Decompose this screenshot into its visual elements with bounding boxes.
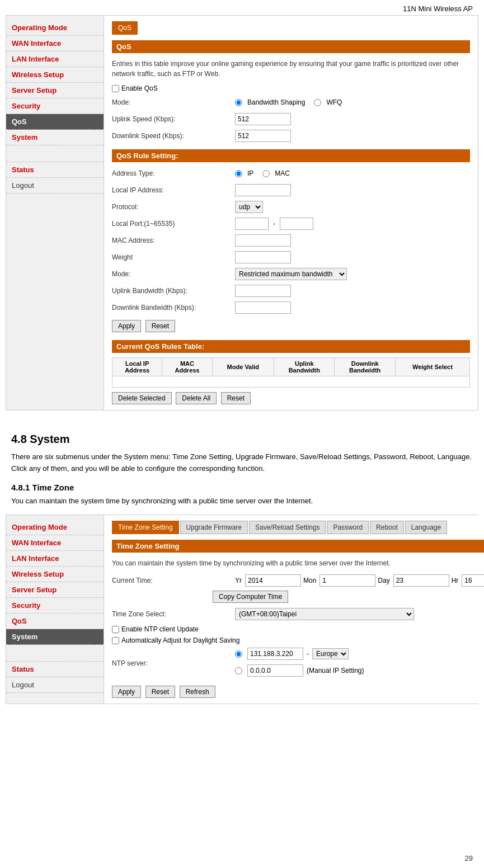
- mac-address-control: [235, 234, 291, 247]
- section-48-body: There are six submenus under the System …: [11, 451, 473, 475]
- downlink-bw-control: [235, 301, 291, 314]
- qos-apply-button[interactable]: Apply: [112, 320, 141, 332]
- sidebar-item-status[interactable]: Status: [6, 162, 104, 178]
- page-number: 29: [465, 854, 473, 862]
- qos-tab-bar: QoS: [112, 21, 470, 35]
- subsection-481-body: You can maintain the system time by sync…: [11, 496, 473, 507]
- sidebar2-item-status[interactable]: Status: [6, 662, 104, 677]
- tab-language[interactable]: Language: [405, 521, 447, 534]
- timezone-section-block: Operating Mode WAN Interface LAN Interfa…: [6, 515, 478, 704]
- protocol-select[interactable]: udp tcp both: [235, 201, 263, 213]
- col-uplink-bw: UplinkBandwidth: [274, 358, 335, 376]
- sidebar2-item-wan-interface[interactable]: WAN Interface: [6, 535, 104, 551]
- tab-qos[interactable]: QoS: [112, 21, 138, 35]
- ntp-server1-select[interactable]: Europe: [312, 648, 349, 659]
- auto-daylight-checkbox[interactable]: [112, 637, 119, 644]
- tz-select-label: Time Zone Select:: [112, 610, 235, 618]
- table-row-empty: [112, 376, 470, 388]
- ntp-dash: -: [307, 650, 309, 658]
- yr-input[interactable]: [245, 574, 301, 587]
- qos-section-block: Operating Mode WAN Interface LAN Interfa…: [6, 15, 478, 411]
- col-mac: MACAddress: [162, 358, 212, 376]
- sidebar-item-server-setup[interactable]: Server Setup: [6, 83, 104, 98]
- weight-control: [235, 251, 291, 263]
- delete-all-button[interactable]: Delete All: [176, 392, 217, 404]
- page-title-top: 11N Mini Wireless AP: [0, 0, 484, 15]
- qos-content: QoS QoS Entries in this table improve yo…: [104, 16, 478, 410]
- tz-select[interactable]: (GMT+08:00)Taipei: [235, 608, 414, 620]
- uplink-speed-input[interactable]: [235, 113, 291, 125]
- local-port-label: Local Port:(1~65535): [112, 220, 235, 228]
- local-port-start[interactable]: [235, 218, 269, 230]
- sidebar2-item-server-setup[interactable]: Server Setup: [6, 582, 104, 598]
- sidebar-item-wan-interface[interactable]: WAN Interface: [6, 36, 104, 51]
- tab-password[interactable]: Password: [327, 521, 369, 534]
- downlink-speed-input[interactable]: [235, 130, 291, 142]
- sidebar-item-wireless-setup[interactable]: Wireless Setup: [6, 67, 104, 83]
- yr-label: Yr: [235, 577, 242, 584]
- sidebar2-item-security[interactable]: Security: [6, 598, 104, 614]
- sidebar-item-lan-interface[interactable]: LAN Interface: [6, 51, 104, 67]
- sidebar-item-qos[interactable]: QoS: [6, 114, 104, 130]
- address-type-label: Address Type:: [112, 169, 235, 177]
- sidebar2-item-qos[interactable]: QoS: [6, 614, 104, 629]
- hr-input[interactable]: [462, 574, 484, 587]
- addr-ip-radio[interactable]: [235, 170, 242, 177]
- tab-upgrade-firmware[interactable]: Upgrade Firmware: [180, 521, 248, 534]
- enable-ntp-checkbox[interactable]: [112, 626, 119, 633]
- col-local-ip: Local IPAddress: [112, 358, 162, 376]
- qos-reset-button[interactable]: Reset: [145, 320, 175, 332]
- local-port-end[interactable]: [280, 218, 313, 230]
- tab-reboot[interactable]: Reboot: [370, 521, 404, 534]
- ntp-ip1-input[interactable]: [247, 648, 303, 660]
- ntp-ip2-input[interactable]: [247, 664, 303, 677]
- uplink-bw-input[interactable]: [235, 285, 291, 297]
- sidebar2-item-lan-interface[interactable]: LAN Interface: [6, 551, 104, 567]
- sidebar-item-logout[interactable]: Logout: [6, 178, 104, 194]
- sidebar2-item-system[interactable]: System: [6, 629, 104, 645]
- mode-label: Mode:: [112, 98, 235, 106]
- copy-computer-time-button[interactable]: Copy Computer Time: [213, 591, 288, 603]
- ntp-server1-radio[interactable]: [235, 650, 242, 658]
- mode2-select[interactable]: Restricted maximum bandwidth: [235, 268, 347, 280]
- tz-reset-button[interactable]: Reset: [145, 686, 175, 698]
- sidebar-item-operating-mode[interactable]: Operating Mode: [6, 20, 104, 36]
- sidebar-1: Operating Mode WAN Interface LAN Interfa…: [6, 16, 104, 410]
- ntp-server2-radio[interactable]: [235, 667, 242, 674]
- day-label: Day: [378, 577, 389, 584]
- local-ip-input[interactable]: [235, 184, 291, 196]
- mon-input[interactable]: [319, 574, 375, 587]
- enable-qos-checkbox[interactable]: [112, 85, 119, 92]
- delete-selected-button[interactable]: Delete Selected: [112, 392, 172, 404]
- downlink-speed-control: [235, 130, 291, 142]
- tz-refresh-button[interactable]: Refresh: [180, 686, 215, 698]
- weight-label: Weight: [112, 253, 235, 261]
- current-time-row: Current Time: Yr Mon Day Hr Mn Sec: [112, 574, 484, 587]
- downlink-bw-input[interactable]: [235, 301, 291, 314]
- tab-save-reload[interactable]: Save/Reload Settings: [249, 521, 326, 534]
- protocol-row: Protocol: udp tcp both: [112, 200, 470, 214]
- weight-input[interactable]: [235, 251, 291, 263]
- mode-bandwidth-radio[interactable]: [235, 99, 242, 106]
- col-weight-select: Weight Select: [395, 358, 469, 376]
- tz-select-control: (GMT+08:00)Taipei: [235, 608, 414, 620]
- sidebar2-item-operating-mode[interactable]: Operating Mode: [6, 520, 104, 535]
- weight-row: Weight: [112, 251, 470, 264]
- table-reset-button[interactable]: Reset: [221, 392, 251, 404]
- tab-timezone[interactable]: Time Zone Setting: [112, 521, 179, 534]
- col-mode-valid: Mode Valid: [212, 358, 274, 376]
- mode2-control: Restricted maximum bandwidth: [235, 268, 347, 280]
- text-section: 4.8 System There are six submenus under …: [6, 422, 478, 515]
- sidebar-item-system[interactable]: System: [6, 130, 104, 145]
- day-input[interactable]: [393, 574, 449, 587]
- mode-wfq-radio[interactable]: [314, 99, 321, 106]
- mon-label: Mon: [303, 577, 316, 584]
- sidebar2-item-logout[interactable]: Logout: [6, 677, 104, 693]
- addr-ip-label: IP: [247, 169, 253, 177]
- sidebar-item-security[interactable]: Security: [6, 98, 104, 114]
- sidebar2-item-wireless-setup[interactable]: Wireless Setup: [6, 567, 104, 582]
- tz-apply-button[interactable]: Apply: [112, 686, 141, 698]
- uplink-speed-row: Uplink Speed (Kbps):: [112, 112, 470, 126]
- addr-mac-radio[interactable]: [262, 170, 270, 177]
- mac-address-input[interactable]: [235, 234, 291, 247]
